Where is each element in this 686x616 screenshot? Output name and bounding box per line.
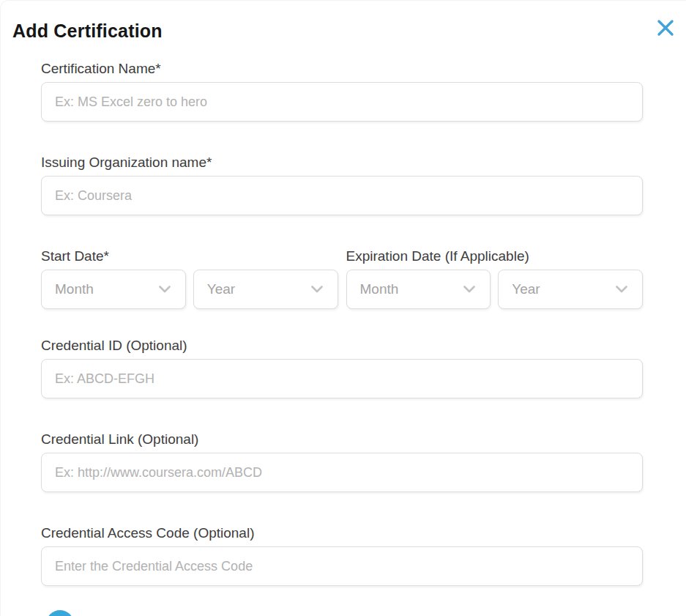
expiration-date-column: Expiration Date (If Applicable) Month Ye… xyxy=(346,248,644,309)
start-year-select[interactable]: Year xyxy=(193,270,338,309)
issuing-organization-label: Issuing Organization name* xyxy=(41,155,643,170)
issuing-organization-input[interactable] xyxy=(41,176,643,215)
start-date-column: Start Date* Month Year xyxy=(41,248,338,309)
chevron-down-icon xyxy=(159,286,171,293)
add-circle-button[interactable] xyxy=(46,610,74,616)
expiration-month-value: Month xyxy=(360,281,399,297)
chevron-down-icon xyxy=(616,286,627,293)
start-date-label: Start Date* xyxy=(41,248,338,264)
credential-link-input[interactable] xyxy=(41,453,643,492)
expiration-month-select[interactable]: Month xyxy=(346,270,491,309)
start-year-value: Year xyxy=(207,281,235,297)
expiration-year-value: Year xyxy=(512,281,540,297)
credential-id-input[interactable] xyxy=(41,359,643,398)
credential-link-group: Credential Link (Optional) xyxy=(41,431,643,492)
chevron-down-icon xyxy=(311,286,323,293)
chevron-down-icon xyxy=(463,286,475,293)
issuing-organization-group: Issuing Organization name* xyxy=(41,155,643,215)
certification-name-input[interactable] xyxy=(41,82,643,122)
expiration-year-select[interactable]: Year xyxy=(498,270,643,309)
expiration-date-label: Expiration Date (If Applicable) xyxy=(346,248,644,264)
certification-name-label: Certification Name* xyxy=(41,61,643,76)
close-button[interactable] xyxy=(653,15,678,40)
start-month-select[interactable]: Month xyxy=(41,270,186,309)
credential-access-code-group: Credential Access Code (Optional) xyxy=(41,525,643,586)
dialog-title: Add Certification xyxy=(1,1,686,42)
credential-id-label: Credential ID (Optional) xyxy=(41,338,643,353)
credential-access-code-label: Credential Access Code (Optional) xyxy=(41,525,643,541)
credential-link-label: Credential Link (Optional) xyxy=(41,431,643,447)
close-icon xyxy=(656,18,675,37)
credential-id-group: Credential ID (Optional) xyxy=(41,338,643,398)
certification-form: Certification Name* Issuing Organization… xyxy=(41,61,643,586)
dates-group: Start Date* Month Year xyxy=(41,248,643,309)
start-month-value: Month xyxy=(55,281,94,297)
credential-access-code-input[interactable] xyxy=(41,546,643,586)
certification-name-group: Certification Name* xyxy=(41,61,643,122)
add-certification-dialog: Add Certification Certification Name* Is… xyxy=(0,0,686,616)
